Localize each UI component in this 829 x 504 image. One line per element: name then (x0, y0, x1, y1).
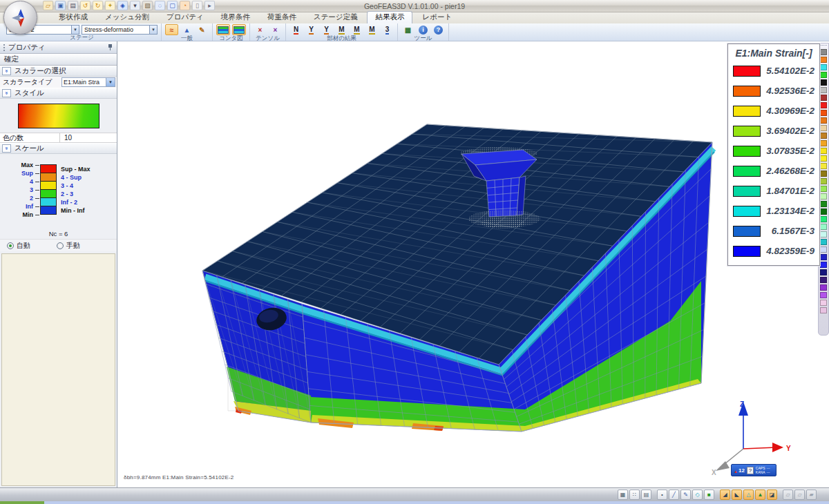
view-extrude-1-icon[interactable]: ▱ (783, 490, 793, 500)
palette-color[interactable] (820, 163, 827, 169)
tab-report[interactable]: レポート (414, 12, 459, 23)
page-setup-icon[interactable]: ▯ (192, 1, 202, 10)
tensor-principal-icon[interactable]: × (254, 24, 267, 35)
palette-color[interactable] (820, 254, 827, 260)
ime-kana-indicator[interactable]: KANA— (756, 471, 770, 474)
section-scalar-selection[interactable]: » スカラーの選択 (0, 66, 117, 77)
info-icon[interactable]: i (417, 24, 430, 35)
zoom-icon[interactable]: ◌ (155, 1, 165, 10)
view-navigate-icon[interactable]: ◈ (117, 1, 128, 10)
redo-icon[interactable]: ↻ (93, 1, 103, 10)
tab-property[interactable]: プロパティ (159, 12, 211, 23)
color-count-value[interactable]: 10 (59, 133, 117, 142)
palette-color[interactable] (820, 209, 827, 215)
zoom-window-icon[interactable]: ▢ (167, 1, 178, 10)
palette-color[interactable] (820, 57, 827, 63)
tab-result-display[interactable]: 結果表示 (367, 11, 412, 23)
draw-point-icon[interactable]: • (657, 490, 667, 500)
ime-caps-indicator[interactable]: CAPS— (756, 467, 770, 470)
palette-color[interactable] (820, 155, 827, 162)
view-extrude-2-icon[interactable]: ▱ (794, 490, 805, 500)
grid-snap-icon[interactable]: ∷ (629, 490, 640, 500)
chevron-down-icon[interactable]: ▼ (149, 26, 157, 34)
edit-plot-icon[interactable]: ✎ (196, 24, 209, 35)
palette-color[interactable] (820, 277, 827, 283)
shear-force-y-icon[interactable]: Y (305, 24, 318, 35)
result-type-select[interactable]: Stress-deformatio ▼ (82, 25, 158, 35)
data-table-icon[interactable]: ▤ (641, 490, 651, 500)
collapse-chevron-icon[interactable]: » (2, 89, 11, 97)
tile-windows-icon[interactable]: ▦ (618, 490, 628, 500)
palette-color[interactable] (820, 201, 827, 207)
palette-color[interactable] (820, 110, 827, 116)
ime-input-mode-icon[interactable]: ▲12 (734, 467, 745, 474)
save-icon[interactable]: ▣ (55, 1, 66, 10)
palette-color[interactable] (820, 186, 827, 192)
displacement-plot-icon[interactable]: ▲ (180, 24, 193, 35)
palette-color[interactable] (820, 224, 827, 230)
fem-model-3d[interactable] (193, 114, 732, 445)
palette-color[interactable] (820, 72, 827, 78)
palette-color[interactable] (820, 171, 827, 177)
contour-surface-icon[interactable] (216, 24, 230, 35)
axial-force-n-icon[interactable]: N (289, 24, 303, 35)
shear-force-z-icon[interactable]: Y (320, 24, 333, 35)
tensor-vector-icon[interactable]: × (269, 24, 282, 35)
print-icon[interactable]: ▤ (68, 1, 78, 10)
palette-color[interactable] (820, 49, 827, 55)
manual-radio[interactable]: 手動 (57, 241, 80, 251)
draw-surface-icon[interactable]: ◇ (692, 490, 703, 500)
tab-load-conditions[interactable]: 荷重条件 (260, 12, 304, 23)
pick-icon[interactable]: ✦ (105, 1, 115, 10)
tab-shape-creation[interactable]: 形状作成 (51, 12, 95, 23)
member-3d-icon[interactable]: 3 (381, 24, 394, 35)
palette-color[interactable] (820, 125, 827, 131)
palette-color[interactable] (820, 133, 827, 139)
chevron-down-icon[interactable]: ▼ (71, 26, 79, 34)
draw-polyline-icon[interactable]: ✎ (680, 490, 691, 500)
ime-language-bar[interactable]: ▲12 ? CAPS— KANA— (731, 464, 776, 476)
report-output-icon[interactable]: ▦ (401, 24, 414, 35)
palette-color[interactable] (820, 292, 827, 298)
viewport-3d[interactable]: E1:Main Strain[-] 5.54102E-24.92536E-24.… (117, 41, 829, 487)
select-solid-icon[interactable]: ▲ (755, 490, 765, 500)
draw-line-icon[interactable]: ╱ (669, 490, 679, 500)
palette-color[interactable] (820, 140, 827, 146)
select-line-icon[interactable]: ◣ (732, 490, 742, 500)
confirm-button[interactable]: 確定 (0, 54, 117, 66)
dropdown-icon[interactable]: ▾ (130, 1, 140, 10)
palette-color[interactable] (820, 307, 827, 313)
palette-color[interactable] (820, 117, 827, 124)
select-mesh-icon[interactable]: ◪ (767, 490, 777, 500)
pointer-icon[interactable]: ▸ (204, 1, 215, 10)
select-point-icon[interactable]: ◢ (720, 490, 730, 500)
palette-color[interactable] (820, 79, 827, 86)
palette-color[interactable] (820, 216, 827, 222)
moment-y-icon[interactable]: M (350, 24, 363, 35)
collapse-chevron-icon[interactable]: » (2, 144, 11, 153)
app-menu-button[interactable] (3, 1, 37, 35)
draw-solid-icon[interactable]: ■ (704, 490, 714, 500)
property-panel-header[interactable]: プロパティ (0, 41, 117, 54)
palette-color[interactable] (820, 300, 827, 306)
view-extrude-3-icon[interactable]: ▰ (806, 490, 817, 500)
palette-color[interactable] (820, 246, 827, 253)
palette-color[interactable] (820, 269, 827, 275)
palette-color[interactable] (820, 284, 827, 291)
section-scale[interactable]: » スケール (0, 143, 117, 154)
chevron-down-icon[interactable]: ▼ (106, 78, 115, 86)
contour-section-icon[interactable] (232, 24, 246, 35)
auto-radio[interactable]: 自動 (7, 241, 30, 251)
scalar-type-select[interactable]: E1:Main Stra ▼ (61, 77, 115, 87)
palette-color[interactable] (820, 178, 827, 184)
tab-stage-definition[interactable]: ステージ定義 (306, 12, 365, 23)
palette-color[interactable] (820, 148, 827, 154)
grip-icon[interactable] (820, 45, 827, 47)
palette-color[interactable] (820, 193, 827, 200)
palette-color[interactable] (820, 102, 827, 108)
pin-icon[interactable] (107, 43, 113, 51)
collapse-chevron-icon[interactable]: » (2, 67, 11, 75)
palette-color[interactable] (820, 239, 827, 245)
deformation-plot-icon[interactable]: ≈ (165, 24, 178, 35)
palette-color[interactable] (820, 64, 827, 70)
